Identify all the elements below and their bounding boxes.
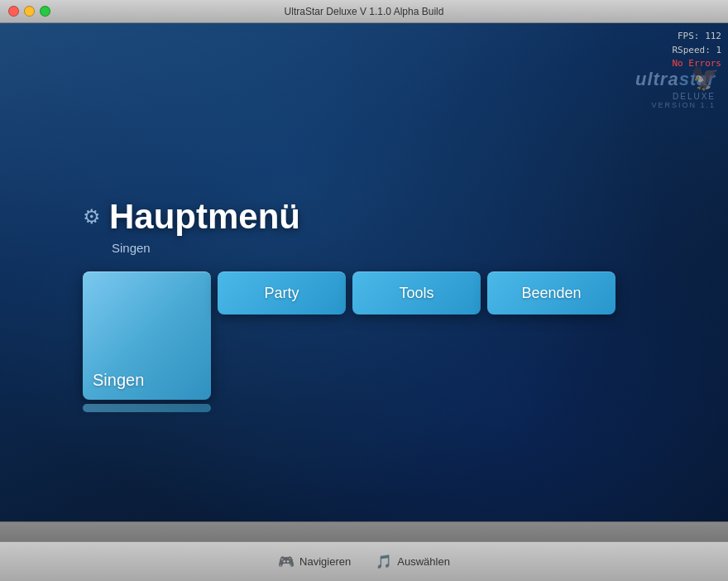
logo-bird-icon: 🦅	[691, 65, 720, 92]
menu-settings-icon: ⚙	[83, 205, 101, 228]
tools-button[interactable]: Tools	[352, 271, 481, 315]
window-title: UltraStar Deluxe V 1.1.0 Alpha Build	[285, 6, 444, 17]
beenden-button[interactable]: Beenden	[487, 271, 615, 315]
menu-subtitle: Singen	[112, 241, 615, 255]
fps-display: FPS: 112	[672, 30, 721, 44]
select-icon: 🎵	[376, 554, 392, 569]
maximize-button[interactable]	[40, 6, 50, 17]
select-label: Auswählen	[397, 555, 450, 568]
rspeed-display: RSpeed: 1	[672, 44, 721, 58]
bottom-reflection	[0, 521, 728, 541]
title-bar: UltraStar Deluxe V 1.1.0 Alpha Build	[0, 0, 728, 23]
window-controls[interactable]	[8, 6, 50, 17]
navigate-label: Navigieren	[299, 555, 351, 568]
menu-area: ⚙ Hauptmenü Singen Singen Party	[83, 197, 615, 412]
menu-title-row: ⚙ Hauptmenü	[83, 197, 615, 237]
menu-scrollbar	[83, 404, 211, 412]
logo-area: ultrastar 🦅 DELUXE VERSION 1.1	[635, 69, 716, 109]
logo-version: VERSION 1.1	[635, 101, 716, 109]
logo-deluxe: DELUXE	[635, 92, 716, 101]
menu-title: Hauptmenü	[109, 197, 300, 237]
party-button[interactable]: Party	[218, 271, 346, 315]
close-button[interactable]	[8, 6, 19, 17]
minimize-button[interactable]	[24, 6, 35, 17]
bottom-bar: 🎮 Navigieren 🎵 Auswählen	[0, 541, 728, 581]
select-hint: 🎵 Auswählen	[376, 554, 450, 569]
navigate-hint: 🎮 Navigieren	[278, 554, 351, 569]
gamepad-icon: 🎮	[278, 554, 295, 569]
menu-buttons: Singen Party Tools Beenden	[83, 271, 615, 412]
app-area: FPS: 112 RSpeed: 1 No Errors ultrastar 🦅…	[0, 23, 728, 581]
top-menu-row: Party Tools Beenden	[218, 271, 615, 315]
singen-button[interactable]: Singen	[83, 271, 211, 400]
